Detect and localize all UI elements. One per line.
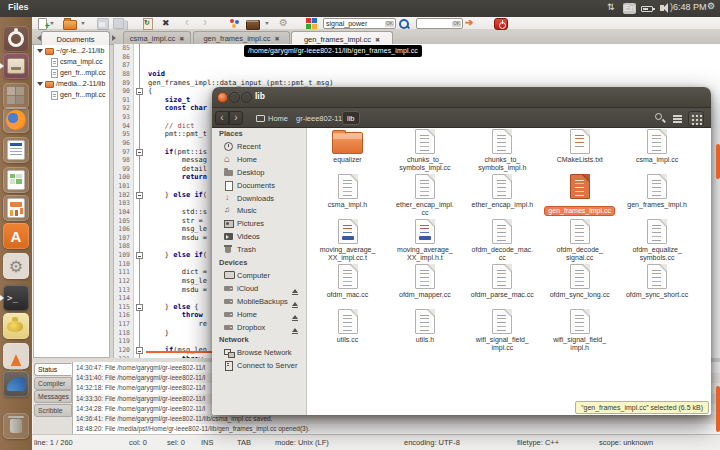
tab-scroll-right-icon[interactable] [112, 35, 119, 41]
place-documents[interactable]: Documents [212, 180, 306, 193]
eject-icon[interactable] [292, 286, 298, 293]
file-item-ofdm_decode_signal.cc[interactable]: ofdm_decode_signal.cc [541, 218, 618, 262]
file-item-ofdm_equalize_symbols.cc[interactable]: ofdm_equalize_symbols.cc [619, 218, 696, 262]
quit-button[interactable] [494, 18, 508, 30]
file-item-ofdm_sync_short.cc[interactable]: ofdm_sync_short.cc [619, 263, 696, 299]
clear-icon[interactable]: OK [385, 21, 394, 27]
goto-line-entry[interactable]: OK [416, 18, 463, 29]
minimize-button[interactable] [229, 92, 240, 103]
fold-marker-97[interactable] [136, 149, 143, 156]
file-item-gen_frames_impl.h[interactable]: gen_frames_impl.h [619, 173, 696, 209]
launcher-item-firefox[interactable] [3, 107, 29, 133]
place-downloads[interactable]: Downloads [212, 193, 306, 206]
file-item-moving_average_XX_impl.cc.t[interactable]: moving_average_XX_impl.cc.t [309, 218, 386, 262]
message-tab-Status[interactable]: Status [34, 363, 72, 376]
file-item-ofdm_mapper.cc[interactable]: ofdm_mapper.cc [386, 263, 463, 299]
file-item-utils.h[interactable]: utils.h [386, 308, 463, 344]
network-icon[interactable]: ⇅ [607, 2, 615, 12]
keyboard-indicator[interactable]: En [623, 3, 636, 14]
grid-view-icon[interactable] [688, 111, 704, 126]
tab-scroll-left-icon[interactable] [34, 35, 41, 41]
eject-icon[interactable] [292, 312, 298, 319]
open-dropdown[interactable] [81, 22, 85, 27]
panel-app-name[interactable]: Files [8, 2, 29, 12]
file-item-ofdm_parse_mac.cc[interactable]: ofdm_parse_mac.cc [464, 263, 541, 299]
open-file-button[interactable] [63, 18, 76, 29]
back-button[interactable]: ‹ [215, 111, 229, 125]
fold-marker-90[interactable] [136, 88, 143, 95]
file-item-ofdm_decode_mac.cc[interactable]: ofdm_decode_mac.cc [464, 218, 541, 262]
place-music[interactable]: Music [212, 205, 306, 218]
file-item-ether_encap_impl.cc[interactable]: ether_encap_impl.cc [386, 173, 463, 217]
place-icloud[interactable]: iCloud [212, 283, 306, 296]
file-item-csma_impl.h[interactable]: csma_impl.h [309, 173, 386, 209]
place-trash[interactable]: Trash [212, 244, 306, 257]
breadcrumb-Home[interactable]: Home [252, 111, 292, 125]
search-entry[interactable]: signal_powerOK [323, 18, 396, 29]
nav-forward-button[interactable] [201, 18, 214, 29]
new-dropdown[interactable] [50, 22, 54, 27]
place-computer[interactable]: Computer [212, 270, 306, 283]
launcher-item-wireshark[interactable] [3, 371, 29, 397]
find-button[interactable] [398, 18, 411, 29]
message-tab-Compiler[interactable]: Compiler [34, 377, 72, 390]
file-item-gen_frames_impl.cc[interactable]: gen_frames_impl.cc [541, 173, 618, 217]
place-browse-network[interactable]: Browse Network [212, 347, 306, 360]
revert-button[interactable] [141, 18, 154, 29]
gear-icon[interactable]: ⚙ [707, 1, 715, 11]
close-button[interactable] [217, 92, 228, 103]
file-item-wifi_signal_field_impl.cc[interactable]: wifi_signal_field_impl.cc [464, 308, 541, 352]
tree-item-gen_fr...mpl.cc[interactable]: gen_fr...mpl.cc [34, 90, 109, 101]
place-home[interactable]: Home [212, 154, 306, 167]
place-dropbox[interactable]: Dropbox [212, 322, 306, 335]
message-tab-Scribble[interactable]: Scribble [34, 404, 72, 417]
file-item-moving_average_XX_impl.h.t[interactable]: moving_average_XX_impl.h.t [386, 218, 463, 262]
file-item-equalizer[interactable]: equalizer [309, 128, 386, 164]
fm-titlebar[interactable]: lib [212, 87, 711, 108]
color-chooser-button[interactable] [305, 18, 318, 29]
file-item-chunks_to_symbols_impl.h[interactable]: chunks_to_symbols_impl.h [464, 128, 541, 172]
launcher-item-ubuntu-dash[interactable] [3, 26, 29, 52]
breadcrumb-lib[interactable]: lib [342, 111, 360, 125]
launcher-item-libreoffice-impress[interactable] [3, 195, 29, 221]
file-item-chunks_to_symbols_impl.cc[interactable]: chunks_to_symbols_impl.cc [386, 128, 463, 172]
tree-item-csma_impl.cc[interactable]: csma_impl.cc [34, 57, 109, 68]
nav-back-button[interactable] [183, 18, 196, 29]
launcher-item-workspace-switcher[interactable] [3, 83, 29, 109]
file-item-wifi_signal_field_impl.h[interactable]: wifi_signal_field_impl.h [541, 308, 618, 352]
build-button[interactable] [246, 18, 259, 29]
fold-marker-115[interactable] [136, 304, 143, 311]
list-view-icon[interactable] [671, 112, 685, 125]
expander-icon[interactable] [37, 49, 43, 56]
launcher-item-libreoffice-writer[interactable] [3, 137, 29, 163]
place-videos[interactable]: Videos [212, 231, 306, 244]
tree-item-/media...2-11/lib[interactable]: /media...2-11/lib [34, 79, 109, 90]
place-desktop[interactable]: Desktop [212, 167, 306, 180]
launcher-item-system-settings[interactable]: ⚙ [3, 253, 29, 279]
file-item-csma_impl.cc[interactable]: csma_impl.cc [619, 128, 696, 164]
tree-item-~/gr-ie...2-11/lib[interactable]: ~/gr-ie...2-11/lib [34, 46, 109, 57]
launcher-item-teapot-app[interactable] [3, 313, 29, 339]
file-item-CMakeLists.txt[interactable]: CMakeLists.txt [541, 128, 618, 164]
maximize-button[interactable] [241, 92, 252, 103]
volume-icon[interactable] [660, 5, 664, 11]
tab-close-icon[interactable]: ✖ [179, 35, 184, 42]
launcher-item-trash[interactable] [3, 413, 29, 439]
place-connect-to-server[interactable]: Connect to Server [212, 360, 306, 373]
editor-scrollbar-thumb[interactable] [716, 144, 720, 179]
expander-icon[interactable] [37, 82, 43, 89]
tab-close-icon[interactable]: ✖ [275, 35, 280, 42]
message-scrollbar-thumb[interactable] [716, 386, 720, 432]
compile-button[interactable] [228, 18, 241, 29]
execute-button[interactable] [278, 18, 291, 29]
editor-tab-csma_impl.cc[interactable]: csma_impl.cc✖ [123, 31, 191, 45]
launcher-item-vlc[interactable] [3, 343, 29, 369]
fold-marker-102[interactable] [136, 192, 143, 199]
battery-icon[interactable] [641, 6, 653, 12]
file-item-ofdm_mac.cc[interactable]: ofdm_mac.cc [309, 263, 386, 299]
build-dropdown[interactable] [265, 22, 269, 27]
file-item-ofdm_sync_long.cc[interactable]: ofdm_sync_long.cc [541, 263, 618, 299]
place-pictures[interactable]: Pictures [212, 218, 306, 231]
file-item-ether_encap_impl.h[interactable]: ether_encap_impl.h [464, 173, 541, 209]
editor-tab-gen_frames_impl.cc[interactable]: gen_frames_impl.cc✖ [193, 31, 290, 45]
